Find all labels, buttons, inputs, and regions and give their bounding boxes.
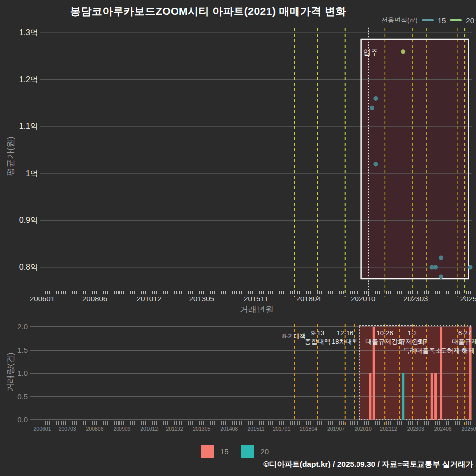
area-legend-item-15[interactable]: 15	[422, 16, 446, 25]
volume-legend: 15 20	[0, 445, 476, 458]
chart-page: 1.3억1.2억1.1억1억0.9억0.8억0.00.51.01.52.0입주8…	[0, 0, 476, 476]
top-x-tick-label: 202303	[403, 295, 428, 303]
top-axis-minor-ticks	[42, 291, 471, 294]
price-point-15sqm	[373, 96, 378, 101]
top-x-tick-label: 2025	[460, 295, 476, 303]
volume-bar-15sqm	[369, 373, 371, 420]
area-legend-value: 20	[466, 16, 474, 25]
policy-name-label: 대출규제강화	[365, 338, 404, 345]
policy-date-label: 6·27	[458, 329, 471, 337]
legend-line-20-icon	[450, 19, 462, 21]
bottom-x-tick-label: 200909	[113, 426, 130, 432]
policy-name-label: 대출규제	[452, 338, 476, 345]
top-x-tick-label: 202010	[351, 295, 375, 303]
bottom-y-tick-label: 2.0	[17, 322, 28, 331]
legend-box-15-icon[interactable]	[201, 445, 214, 458]
volume-bar-15sqm	[431, 373, 433, 420]
price-point-20sqm	[401, 49, 405, 54]
policy-date-label: 8·2 대책	[282, 332, 306, 340]
bottom-x-tick-label: 200601	[33, 426, 51, 432]
volume-axis-title: 거래량(건)	[5, 342, 14, 402]
bottom-x-tick-label: 202010	[355, 426, 372, 432]
policy-name-label: 토허제 해제	[440, 347, 475, 354]
bottom-x-tick-label: 202303	[407, 426, 424, 432]
volume-bar-20sqm	[402, 373, 404, 420]
volume-legend-value: 15	[220, 447, 229, 456]
bottom-x-tick-label: 201012	[140, 426, 158, 432]
price-point-15sqm	[439, 256, 443, 260]
page-title: 봉담코아루카보드ZOOM시티 아파트(2021) 매매가격 변화	[30, 4, 387, 18]
area-legend-label: 전용면적(㎡)	[381, 16, 418, 25]
move-in-label: 입주	[363, 48, 378, 56]
area-legend: 전용면적(㎡) 15 20	[381, 16, 474, 25]
bottom-x-tick-label: 201701	[273, 426, 290, 432]
price-volume-chart: 1.3억1.2억1.1억1억0.9억0.8억0.00.51.01.52.0입주8…	[0, 0, 476, 476]
price-point-15sqm	[439, 274, 443, 279]
top-y-tick-label: 0.9억	[19, 216, 38, 224]
bottom-y-tick-label: 1.5	[17, 346, 28, 354]
top-y-tick-label: 1.2억	[19, 75, 38, 84]
legend-line-15-icon	[422, 19, 434, 21]
top-x-tick-label: 200806	[82, 295, 107, 303]
area-legend-item-20[interactable]: 20	[450, 16, 474, 25]
top-y-tick-label: 0.8억	[19, 263, 38, 271]
top-y-tick-label: 1.3억	[19, 28, 38, 37]
bottom-axis-minor-ticks	[42, 421, 471, 425]
bottom-x-tick-label: 200703	[59, 426, 76, 432]
bottom-y-tick-label: 1.0	[17, 369, 28, 377]
bottom-x-tick-label: 201907	[327, 426, 345, 432]
bottom-x-tick-label: 202509	[462, 426, 476, 432]
date-axis-title: 거래년월	[207, 304, 306, 315]
top-x-tick-label: 201804	[297, 295, 321, 303]
volume-legend-value: 20	[261, 447, 269, 456]
bottom-x-tick-label: 201202	[166, 426, 183, 432]
policy-date-label: 1·3	[408, 329, 417, 337]
volume-bar-15sqm	[440, 327, 442, 420]
price-point-15sqm	[433, 265, 438, 270]
policy-date-label: 9·7	[418, 338, 427, 345]
bottom-x-tick-label: 201511	[247, 426, 264, 432]
volume-bar-15sqm	[434, 373, 437, 420]
legend-box-20-icon[interactable]	[241, 445, 254, 458]
top-y-tick-label: 1억	[26, 169, 38, 178]
price-point-15sqm	[370, 106, 374, 110]
policy-name-label: 18차대책	[332, 338, 358, 345]
bottom-x-tick-label: 202406	[434, 426, 452, 432]
policy-name-label: 특례대출축소	[403, 347, 442, 354]
policy-date-label: 12·16	[337, 329, 353, 337]
price-point-15sqm	[373, 162, 378, 166]
bottom-x-tick-label: 201305	[193, 426, 210, 432]
policy-date-label: 10·26	[377, 329, 393, 337]
top-y-tick-label: 1.1억	[19, 122, 38, 130]
top-x-tick-label: 201511	[244, 295, 268, 303]
bottom-x-tick-label: 200806	[86, 426, 104, 432]
price-axis-title: 평균가(원)	[5, 126, 14, 186]
bottom-y-tick-label: 0.0	[17, 416, 28, 424]
top-x-tick-label: 201012	[137, 295, 162, 303]
top-x-tick-label: 200601	[30, 295, 55, 303]
policy-name-label: 종합대책	[305, 338, 331, 345]
top-x-tick-label: 201305	[189, 295, 214, 303]
bottom-x-tick-label: 201408	[220, 426, 238, 432]
price-point-15sqm	[468, 265, 473, 270]
source-credit: ©디아파트(dapt.kr) / 2025.09.30 / 자료=국토교통부 실…	[263, 459, 473, 470]
policy-date-label: 9·13	[311, 329, 324, 337]
area-legend-value: 15	[438, 16, 446, 25]
move-in-box-fill	[361, 39, 469, 279]
bottom-x-tick-label: 201804	[300, 426, 317, 432]
bottom-y-tick-label: 0.5	[17, 392, 28, 401]
bottom-x-tick-label: 202112	[380, 426, 397, 432]
